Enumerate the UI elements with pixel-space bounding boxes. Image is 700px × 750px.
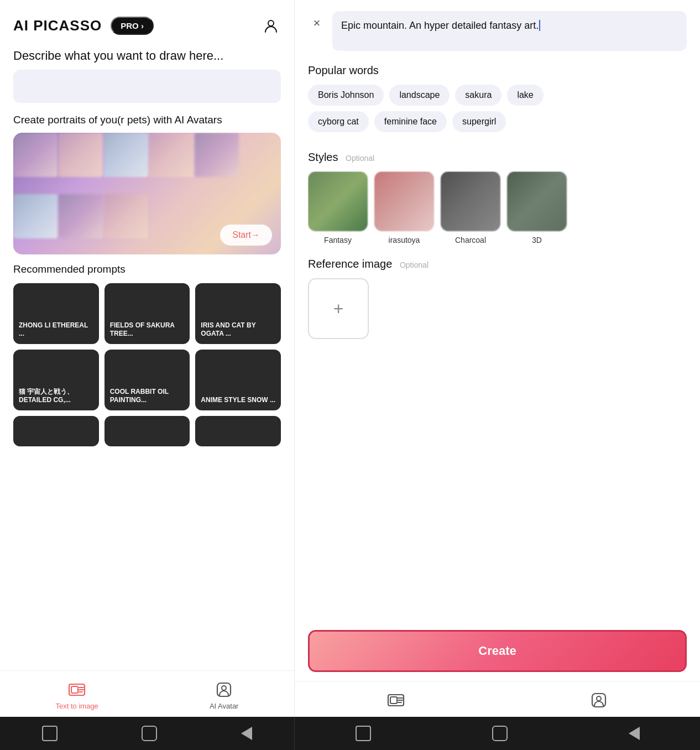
create-button[interactable]: Create [308,630,687,672]
tag-lake[interactable]: lake [507,85,543,106]
prompt-text-4: 猫 宇宙人と戦う、DETAILED CG,... [19,388,93,405]
prompt-text-6: ANIME STYLE SNOW ... [201,396,275,405]
prompt-card-3[interactable]: IRIS AND CAT BY OGATA ... [195,283,281,344]
right-panel: × Epic mountain. An hyper detailed fanta… [295,0,700,717]
ai-avatar-label: AI Avatar [210,702,239,710]
tag-sakura[interactable]: sakura [455,85,502,106]
styles-section: Styles Optional Fantasy irasutoya Charco… [295,147,700,253]
avatar-thumb [104,194,148,238]
reference-title: Reference image Optional [308,258,687,270]
style-card-3d[interactable]: 3D [507,171,567,244]
style-label-irasutoya: irasutoya [389,236,420,244]
styles-optional-label: Optional [346,154,374,163]
sys-back-left[interactable] [241,727,252,740]
main-text-input[interactable] [13,70,281,103]
describe-label: Describe what you want to draw here... [0,44,294,70]
prompt-card-9-partial[interactable] [195,416,281,446]
sys-btn-right-1[interactable] [356,726,371,741]
prompt-card-1[interactable]: ZHONG LI ETHEREAL ... [13,283,99,344]
tag-cyborg-cat[interactable]: cyborg cat [308,111,369,132]
avatar-thumb [59,133,103,177]
prompt-card-7-partial[interactable] [13,416,99,446]
avatar-banner: Start→ [13,133,281,254]
tags-row-2: cyborg cat feminine face supergirl [308,111,687,132]
avatar-thumb [195,133,239,177]
style-card-fantasy[interactable]: Fantasy [308,171,368,244]
styles-grid: Fantasy irasutoya Charcoal 3D [308,171,687,244]
style-label-3d: 3D [532,236,542,244]
popular-section: Popular words Boris Johnson landscape sa… [295,60,700,147]
avatar-title: Create portraits of you(r pets) with AI … [13,114,281,126]
tags-row-1: Boris Johnson landscape sakura lake [308,85,687,106]
app-logo: AI PICASSO [13,17,102,34]
start-button[interactable]: Start→ [220,225,272,246]
reference-section: Reference image Optional + [295,253,700,348]
sys-btn-left-1[interactable] [42,726,58,741]
style-thumb-3d [507,171,567,231]
svg-rect-9 [390,697,397,704]
left-panel: AI PICASSO PRO › Describe what you want … [0,0,295,717]
ai-avatar-icon [214,680,234,700]
search-text: Epic mountain. An hyper detailed fantasy… [341,20,539,31]
tag-boris-johnson[interactable]: Boris Johnson [308,85,384,106]
prompt-card-5[interactable]: COOL RABBIT OIL PAINTING... [105,350,190,410]
reference-optional-label: Optional [400,261,429,269]
sys-btn-left-2[interactable] [142,726,157,741]
style-card-irasutoya[interactable]: irasutoya [374,171,434,244]
plus-icon: + [333,299,344,319]
header: AI PICASSO PRO › [0,0,294,44]
tag-feminine-face[interactable]: feminine face [374,111,447,132]
style-thumb-charcoal [441,171,500,231]
avatar-thumb [13,194,58,238]
text-to-image-icon [67,680,87,700]
prompts-grid: ZHONG LI ETHEREAL ... FIELDS OF SAKURA T… [13,283,281,446]
right-text-to-image-icon [386,690,406,710]
bottom-nav-right [295,681,700,717]
prompt-card-4[interactable]: 猫 宇宙人と戦う、DETAILED CG,... [13,350,99,410]
system-bar-left [0,717,295,750]
pro-badge-button[interactable]: PRO › [111,17,154,35]
system-bar-right [295,717,700,750]
reference-upload-button[interactable]: + [308,278,369,339]
tag-supergirl[interactable]: supergirl [452,111,506,132]
prompt-text-1: ZHONG LI ETHEREAL ... [19,321,93,338]
prompt-card-8-partial[interactable] [105,416,190,446]
styles-title: Styles Optional [308,151,687,164]
style-thumb-fantasy [308,171,368,231]
avatar-section: Create portraits of you(r pets) with AI … [0,114,294,263]
text-cursor [539,20,540,31]
style-label-fantasy: Fantasy [324,236,352,244]
text-to-image-label: Text to image [56,702,98,710]
search-input-display[interactable]: Epic mountain. An hyper detailed fantasy… [332,11,687,51]
nav-text-to-image[interactable]: Text to image [56,680,98,710]
search-section: × Epic mountain. An hyper detailed fanta… [295,0,700,60]
avatar-thumb [13,133,58,177]
user-icon[interactable] [261,15,281,35]
avatar-thumb [104,133,148,177]
svg-rect-2 [71,686,78,693]
recommended-section: Recommended prompts ZHONG LI ETHEREAL ..… [0,263,294,670]
nav-ai-avatar[interactable]: AI Avatar [210,680,239,710]
svg-point-14 [597,696,601,701]
right-ai-avatar-icon [589,690,609,710]
prompt-card-6[interactable]: ANIME STYLE SNOW ... [195,350,281,410]
svg-point-0 [268,20,274,26]
popular-words-title: Popular words [308,64,687,77]
prompt-text-2: FIELDS OF SAKURA TREE... [110,321,185,338]
tag-landscape[interactable]: landscape [389,85,450,106]
sys-btn-right-2[interactable] [492,726,508,741]
nav-right-ai-avatar[interactable] [589,690,609,710]
close-button[interactable]: × [308,14,326,32]
prompt-text-3: IRIS AND CAT BY OGATA ... [201,321,275,338]
recommended-title: Recommended prompts [13,263,281,275]
prompt-text-5: COOL RABBIT OIL PAINTING... [110,388,185,405]
create-section: Create [295,623,700,681]
nav-right-text-to-image[interactable] [386,690,406,710]
sys-back-right[interactable] [629,727,640,740]
system-bar [0,717,700,750]
style-card-charcoal[interactable]: Charcoal [441,171,500,244]
avatar-thumb [149,133,194,177]
bottom-nav-left: Text to image AI Avatar [0,670,294,717]
style-thumb-irasutoya [374,171,434,231]
prompt-card-2[interactable]: FIELDS OF SAKURA TREE... [105,283,190,344]
